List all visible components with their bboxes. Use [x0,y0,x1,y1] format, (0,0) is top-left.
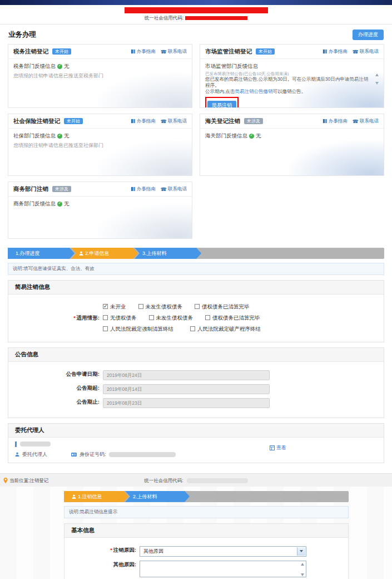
top-banner [0,0,392,5]
simple-deregister-button[interactable]: 简易注销 [207,101,236,109]
progress-button[interactable]: 办理进度 [353,30,384,40]
chevron-down-icon[interactable] [297,547,305,556]
phone-link[interactable]: 联系电话 [161,118,187,125]
step-progress[interactable]: 1.办理进度 [8,248,75,259]
phone-link[interactable]: 联系电话 [161,48,187,55]
book-icon [131,119,136,124]
phone-icon [161,119,167,124]
section-title: 委托代理人 [8,424,384,438]
phone-link[interactable]: 联系电话 [353,48,379,55]
book-icon [131,187,136,192]
info-note: 说明:填写信息请保证真实、合法、有效 [8,263,384,275]
check-circle-icon [57,202,62,207]
section-agent: 委托代理人 委托代理人 身份证号码: 查看 [8,423,384,463]
card-social-insurance: 社会保险注销登记 未开始 办事指南 联系电话 社保部门反馈信息无 您填报的注销申… [8,114,192,176]
card-note: 您填报的注销申请信息已推送至社保部门 [13,142,187,149]
section-simple-info: 简易注销信息 未开业 未发生债权债务 债权债务已清算完毕 适用情形: 无债权债务… [8,280,384,342]
card-title: 社会保险注销登记 [13,117,60,125]
deregister-reason-select[interactable]: 其他原因 [140,546,306,557]
checkbox[interactable] [190,326,195,331]
redacted-credit-code [187,478,248,483]
announce-start-date-field: 2019年08月14日 [103,384,270,394]
view-link[interactable]: 查看 [270,444,286,452]
check-circle-icon [57,64,62,69]
section-title: 基本信息 [64,524,348,538]
checkbox[interactable] [195,304,200,309]
step-apply-info[interactable]: 2.申请信息 [71,248,138,259]
scroll-up-icon[interactable] [301,563,304,566]
person-icon [79,251,83,256]
card-customs: 海关登记注销 未涉及 办事指南 联系电话 海关部门反馈信息无 [200,114,384,176]
scroll-up-icon[interactable] [375,73,379,76]
clipped-text: 已发布简易注销公告(已公告10天,公告期未满) [205,71,371,76]
card-watermark [97,204,192,238]
phone-icon [161,187,167,192]
agent-name-line [15,441,377,447]
wizard-steps: 1.注销信息 2.上传材料 [64,491,349,502]
option-no-debt-occurred[interactable]: 未发生债权债务 [138,303,183,310]
checkbox-checked[interactable] [103,304,108,309]
feedback-line: 商务部门反馈信息无 [13,200,187,208]
status-badge: 未涉及 [52,186,71,192]
card-title: 税务注销登记 [13,48,48,56]
location-pin-icon [3,478,8,483]
phone-link[interactable]: 联系电话 [161,186,187,193]
option-no-debt[interactable]: 无债权债务 [103,314,137,321]
status-badge: 未开始 [52,48,71,55]
agent-role-label: 委托代理人 [22,451,47,458]
option-no-debt-occurred-2[interactable]: 未发生债权债务 [149,314,193,321]
checkbox[interactable] [103,326,108,331]
card-title: 市场监管注销登记 [205,48,252,56]
revoke-announcement-link[interactable]: 简易注销公告撤销 [235,89,272,94]
breadcrumb-band: 当前位置:注销登记 统一社会信用代码: [0,473,392,487]
card-grid: 税务注销登记 未开始 办事指南 联系电话 税务部门反馈信息无 您填报的注销申请信… [0,44,392,239]
option-debt-settled[interactable]: 债权债务已清算完毕 [195,303,250,310]
checkbox[interactable] [205,315,210,320]
card-note: 您填报的注销申请信息已推送至税务部门 [13,72,187,80]
redacted-agent-id [109,452,176,457]
checkbox[interactable] [103,315,108,320]
step-upload[interactable]: 2.上传材料 [125,491,190,502]
checkbox[interactable] [149,315,154,320]
guide-link[interactable]: 办事指南 [322,48,348,55]
step-upload[interactable]: 3.上传材料 [135,248,201,259]
card-watermark [289,141,384,175]
option-not-opened[interactable]: 未开业 [103,303,126,310]
section-basic-info: 基本信息 注销原因: 其他原因 其他原因: [64,523,349,579]
option-court-bankruptcy[interactable]: 人民法院裁定破产程序终结 [190,325,261,332]
status-badge: 未开始 [64,118,83,124]
guide-link[interactable]: 办事指南 [131,118,156,125]
step-deregister-info[interactable]: 1.注销信息 [64,491,128,502]
section-title: 简易注销信息 [8,281,384,295]
option-court-liquidation[interactable]: 人民法院裁定强制清算终结 [103,325,173,332]
redaction-credit-code [185,16,247,20]
credit-code-line: 统一社会信用代码: [0,15,392,22]
guide-link[interactable]: 办事指南 [131,48,156,55]
scrollbar[interactable] [375,73,379,85]
field-label: 其他原因: [64,561,140,568]
redaction-company-name [125,7,268,13]
checkbox[interactable] [138,304,143,309]
credit-code-label: 统一社会信用代码: [145,15,183,21]
section-title: 公告信息 [8,348,384,362]
book-icon [322,49,328,54]
id-card-icon [71,453,77,457]
field-label: 公告期起: [8,384,103,391]
scroll-down-icon[interactable] [301,573,304,576]
info-note: 说明:简易注销信息提示 [64,506,349,518]
scroll-down-icon[interactable] [375,82,379,85]
breadcrumb: 当前位置:注销登记 [3,474,48,487]
phone-icon [353,49,359,55]
option-debt-settled-2[interactable]: 债权债务已清算完毕 [205,314,260,321]
guide-link[interactable]: 办事指南 [322,118,348,125]
status-badge: 未涉及 [244,118,263,124]
status-badge: 未开始 [256,48,275,55]
section-announcement: 公告信息 公告申请日期: 2019年08月24日 公告期起: 2019年08月1… [8,347,384,418]
redacted-agent-name [20,441,51,446]
other-reason-textarea[interactable] [140,561,306,577]
guide-link[interactable]: 办事指南 [131,186,156,193]
phone-link[interactable]: 联系电话 [353,118,379,125]
field-label: 注销原因: [64,546,140,553]
announcement-paragraph: 您已发布的简易注销公告,公示期为30日。可在公示期满后30日内申请简易注销程序。… [205,76,371,95]
scrollbar[interactable] [301,563,304,576]
